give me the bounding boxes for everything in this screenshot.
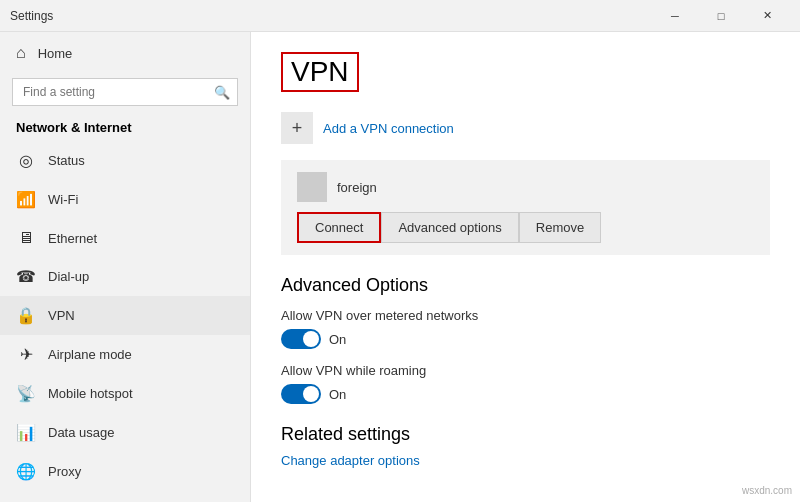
vpn-card-name: foreign: [337, 180, 377, 195]
roaming-toggle-row: Allow VPN while roaming On: [281, 363, 770, 404]
app-container: ⌂ Home 🔍 Network & Internet ◎ Status 📶 W…: [0, 32, 800, 502]
metered-label: Allow VPN over metered networks: [281, 308, 770, 323]
vpn-card-header: foreign: [297, 172, 754, 202]
sidebar-item-proxy[interactable]: 🌐 Proxy: [0, 452, 250, 491]
sidebar-item-vpn[interactable]: 🔒 VPN: [0, 296, 250, 335]
remove-button[interactable]: Remove: [519, 212, 601, 243]
home-icon: ⌂: [16, 44, 26, 62]
titlebar: Settings ─ □ ✕: [0, 0, 800, 32]
search-icon: 🔍: [214, 85, 230, 100]
add-vpn-icon: +: [281, 112, 313, 144]
metered-toggle-state: On: [329, 332, 346, 347]
close-button[interactable]: ✕: [744, 0, 790, 32]
roaming-toggle-container: On: [281, 384, 770, 404]
sidebar-item-label-status: Status: [48, 153, 85, 168]
titlebar-title: Settings: [10, 9, 652, 23]
sidebar-item-status[interactable]: ◎ Status: [0, 141, 250, 180]
metered-toggle[interactable]: [281, 329, 321, 349]
datausage-icon: 📊: [16, 423, 36, 442]
sidebar-item-label-dialup: Dial-up: [48, 269, 89, 284]
change-adapter-link[interactable]: Change adapter options: [281, 453, 420, 468]
sidebar-home-label: Home: [38, 46, 73, 61]
titlebar-controls: ─ □ ✕: [652, 0, 790, 32]
vpn-icon: 🔒: [16, 306, 36, 325]
sidebar-item-label-hotspot: Mobile hotspot: [48, 386, 133, 401]
wifi-icon: 📶: [16, 190, 36, 209]
sidebar-item-hotspot[interactable]: 📡 Mobile hotspot: [0, 374, 250, 413]
related-settings-title: Related settings: [281, 424, 770, 445]
dialup-icon: ☎: [16, 267, 36, 286]
metered-toggle-row: Allow VPN over metered networks On: [281, 308, 770, 349]
sidebar-item-label-proxy: Proxy: [48, 464, 81, 479]
roaming-label: Allow VPN while roaming: [281, 363, 770, 378]
sidebar-section-header: Network & Internet: [0, 114, 250, 141]
maximize-button[interactable]: □: [698, 0, 744, 32]
proxy-icon: 🌐: [16, 462, 36, 481]
sidebar: ⌂ Home 🔍 Network & Internet ◎ Status 📶 W…: [0, 32, 250, 502]
roaming-toggle-state: On: [329, 387, 346, 402]
sidebar-item-ethernet[interactable]: 🖥 Ethernet: [0, 219, 250, 257]
minimize-button[interactable]: ─: [652, 0, 698, 32]
search-input[interactable]: [12, 78, 238, 106]
sidebar-item-label-ethernet: Ethernet: [48, 231, 97, 246]
advanced-options-button[interactable]: Advanced options: [381, 212, 518, 243]
sidebar-item-datausage[interactable]: 📊 Data usage: [0, 413, 250, 452]
hotspot-icon: 📡: [16, 384, 36, 403]
add-vpn-row[interactable]: + Add a VPN connection: [281, 112, 770, 144]
page-title: VPN: [291, 56, 349, 88]
metered-toggle-container: On: [281, 329, 770, 349]
advanced-options-title: Advanced Options: [281, 275, 770, 296]
add-vpn-label: Add a VPN connection: [323, 121, 454, 136]
sidebar-item-label-datausage: Data usage: [48, 425, 115, 440]
main-content: VPN + Add a VPN connection foreign Conne…: [250, 32, 800, 502]
page-title-box: VPN: [281, 52, 359, 92]
watermark: wsxdn.com: [742, 485, 792, 496]
ethernet-icon: 🖥: [16, 229, 36, 247]
sidebar-item-label-vpn: VPN: [48, 308, 75, 323]
vpn-card-actions: Connect Advanced options Remove: [297, 212, 754, 243]
sidebar-item-home[interactable]: ⌂ Home: [0, 32, 250, 74]
sidebar-item-label-airplane: Airplane mode: [48, 347, 132, 362]
roaming-toggle[interactable]: [281, 384, 321, 404]
sidebar-item-dialup[interactable]: ☎ Dial-up: [0, 257, 250, 296]
vpn-card: foreign Connect Advanced options Remove: [281, 160, 770, 255]
sidebar-item-airplane[interactable]: ✈ Airplane mode: [0, 335, 250, 374]
vpn-card-icon: [297, 172, 327, 202]
status-icon: ◎: [16, 151, 36, 170]
sidebar-item-wifi[interactable]: 📶 Wi-Fi: [0, 180, 250, 219]
sidebar-search-container: 🔍: [12, 78, 238, 106]
airplane-icon: ✈: [16, 345, 36, 364]
connect-button[interactable]: Connect: [297, 212, 381, 243]
sidebar-item-label-wifi: Wi-Fi: [48, 192, 78, 207]
